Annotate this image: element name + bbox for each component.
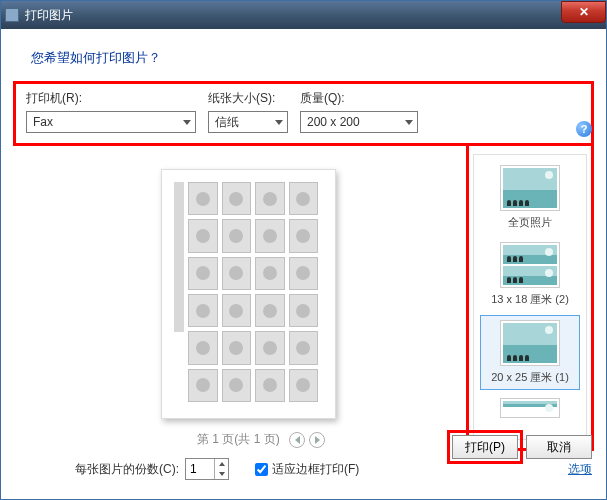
printer-settings-group: 打印机(R): Fax 纸张大小(S): 信纸 质量(Q): 200 x 200 bbox=[13, 81, 594, 146]
copies-input[interactable] bbox=[186, 459, 214, 479]
layout-item-20x25[interactable]: 20 x 25 厘米 (1) bbox=[480, 315, 580, 390]
print-preview bbox=[161, 169, 336, 419]
pager-text: 第 1 页(共 1 页) bbox=[197, 432, 280, 446]
prompt-text: 您希望如何打印图片？ bbox=[31, 49, 576, 67]
arrow-down-icon bbox=[219, 472, 225, 476]
window-title: 打印图片 bbox=[25, 7, 73, 24]
chevron-down-icon bbox=[405, 120, 413, 125]
list-item bbox=[255, 294, 285, 327]
layout-scroll[interactable]: 全页照片 13 x 18 厘米 (2) 20 x 25 厘米 (1) bbox=[473, 154, 587, 440]
quality-value: 200 x 200 bbox=[307, 115, 360, 129]
list-item bbox=[188, 257, 218, 290]
chevron-down-icon bbox=[275, 120, 283, 125]
header: 您希望如何打印图片？ bbox=[1, 29, 606, 81]
printer-value: Fax bbox=[33, 115, 53, 129]
layout-label: 20 x 25 厘米 (1) bbox=[491, 370, 569, 385]
page-indicator: 第 1 页(共 1 页) bbox=[161, 431, 361, 448]
paper-combo[interactable]: 信纸 bbox=[208, 111, 288, 133]
list-item bbox=[222, 219, 252, 252]
quality-combo[interactable]: 200 x 200 bbox=[300, 111, 418, 133]
title-bar: 打印图片 ✕ bbox=[1, 1, 606, 29]
list-item bbox=[289, 331, 319, 364]
fit-frame-checkbox[interactable] bbox=[255, 463, 268, 476]
spinner-down-button[interactable] bbox=[215, 469, 228, 479]
paper-label: 纸张大小(S): bbox=[208, 90, 288, 107]
list-item bbox=[289, 294, 319, 327]
preview-image-grid bbox=[188, 182, 318, 402]
layout-thumb-icon bbox=[500, 242, 560, 288]
list-item bbox=[289, 369, 319, 402]
list-item bbox=[188, 182, 218, 215]
layout-item-13x18[interactable]: 13 x 18 厘米 (2) bbox=[480, 238, 580, 311]
content-area: 第 1 页(共 1 页) 全页照片 bbox=[1, 159, 606, 447]
close-button[interactable]: ✕ bbox=[561, 1, 606, 23]
layout-label: 13 x 18 厘米 (2) bbox=[491, 292, 569, 307]
paper-value: 信纸 bbox=[215, 114, 239, 131]
arrow-left-icon bbox=[295, 436, 300, 444]
footer-bar: 每张图片的份数(C): 适应边框打印(F) 选项 bbox=[1, 449, 606, 489]
list-item bbox=[289, 182, 319, 215]
layout-item-partial[interactable] bbox=[480, 394, 580, 426]
list-item bbox=[222, 257, 252, 290]
fit-frame-label: 适应边框打印(F) bbox=[272, 461, 359, 478]
copies-label: 每张图片的份数(C): bbox=[75, 461, 179, 478]
chevron-down-icon bbox=[183, 120, 191, 125]
list-item bbox=[255, 219, 285, 252]
arrow-right-icon bbox=[315, 436, 320, 444]
app-icon bbox=[5, 8, 19, 22]
next-page-button[interactable] bbox=[309, 432, 325, 448]
list-item bbox=[222, 331, 252, 364]
list-item bbox=[222, 369, 252, 402]
list-item bbox=[289, 219, 319, 252]
layout-picker: 全页照片 13 x 18 厘米 (2) 20 x 25 厘米 (1) bbox=[466, 143, 594, 451]
copies-group: 每张图片的份数(C): bbox=[75, 458, 229, 480]
list-item bbox=[222, 294, 252, 327]
layout-thumb-icon bbox=[500, 320, 560, 366]
printer-combo[interactable]: Fax bbox=[26, 111, 196, 133]
list-item bbox=[222, 182, 252, 215]
list-item bbox=[188, 219, 218, 252]
list-item bbox=[255, 331, 285, 364]
previous-page-button[interactable] bbox=[289, 432, 305, 448]
list-item bbox=[255, 369, 285, 402]
preview-margin-strip bbox=[174, 182, 184, 332]
print-pictures-window: 打印图片 ✕ 您希望如何打印图片？ 打印机(R): Fax 纸张大小(S): 信… bbox=[0, 0, 607, 500]
list-item bbox=[255, 182, 285, 215]
layout-thumb-icon bbox=[500, 165, 560, 211]
copies-spinner[interactable] bbox=[185, 458, 229, 480]
layout-item-full[interactable]: 全页照片 bbox=[480, 161, 580, 234]
options-link[interactable]: 选项 bbox=[568, 461, 592, 478]
close-icon: ✕ bbox=[579, 5, 589, 19]
list-item bbox=[188, 331, 218, 364]
list-item bbox=[188, 369, 218, 402]
help-icon[interactable]: ? bbox=[576, 121, 592, 137]
layout-label: 全页照片 bbox=[508, 215, 552, 230]
spinner-up-button[interactable] bbox=[215, 459, 228, 469]
fit-frame-group[interactable]: 适应边框打印(F) bbox=[255, 461, 359, 478]
quality-label: 质量(Q): bbox=[300, 90, 418, 107]
list-item bbox=[188, 294, 218, 327]
layout-thumb-icon bbox=[500, 398, 560, 418]
list-item bbox=[255, 257, 285, 290]
list-item bbox=[289, 257, 319, 290]
arrow-up-icon bbox=[219, 462, 225, 466]
printer-label: 打印机(R): bbox=[26, 90, 196, 107]
